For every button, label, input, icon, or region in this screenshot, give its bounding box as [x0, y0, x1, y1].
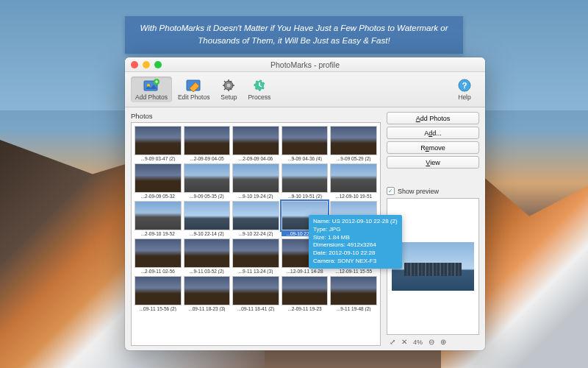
thumbnail-image: [184, 276, 231, 305]
close-icon[interactable]: [131, 61, 138, 68]
promo-banner: With PhotoMarks it Doesn't Matter if You…: [125, 16, 463, 54]
thumbnail-label: ...9-10 22-24 (2): [232, 231, 279, 236]
maximize-icon[interactable]: [154, 61, 162, 68]
thumbnail-image: [135, 201, 182, 230]
thumbnail-image: [135, 276, 182, 305]
photo-thumbnail[interactable]: ...9-09 03-47 (2): [135, 126, 182, 161]
thumbnail-label: ...9-09 03-47 (2): [135, 156, 182, 161]
thumbnail-label: ...09-11 18-41 (2): [232, 306, 279, 311]
photo-thumbnail[interactable]: ...2-09-11 19-23: [282, 276, 329, 311]
edit-photos-icon: [185, 78, 203, 93]
thumbnail-image: [135, 163, 182, 193]
photo-thumbnail[interactable]: ...12-09-10 19-51: [330, 163, 377, 199]
photo-thumbnail[interactable]: ...2-09-09 04-05: [184, 126, 231, 161]
photo-thumbnail[interactable]: ...9-11 03-52 (2): [184, 238, 231, 274]
thumbnail-image: [282, 276, 329, 305]
thumbnail-image: [232, 238, 279, 268]
thumbnail-label: ...2-09-10 19-52: [135, 231, 182, 236]
photos-heading: Photos: [131, 112, 381, 120]
thumbnail-label: ...9-10 22-14 (2): [184, 231, 231, 236]
thumbnail-label: ...9-11 03-52 (2): [184, 269, 231, 274]
thumbnail-image: [184, 126, 231, 155]
thumbnail-label: ...9-09 05-29 (2): [330, 156, 377, 161]
thumbnail-label: ...09-11 15-56 (2): [135, 306, 182, 311]
show-preview-label: Show preview: [398, 188, 439, 195]
thumbnail-label: ...9-11 13-24 (3): [232, 269, 279, 274]
process-icon: [251, 78, 268, 93]
zoom-percent: 4%: [413, 339, 423, 346]
toolbar-label: Add Photos: [135, 93, 168, 101]
toolbar: Add Photos Edit Photos Setup Process ? H…: [125, 72, 485, 107]
thumbnail-image: [330, 126, 377, 155]
svg-point-5: [227, 84, 231, 88]
photo-thumbnail[interactable]: ...2-09-09 04-06: [232, 126, 279, 161]
thumbnail-label: ...9-10 19-51 (2): [282, 194, 329, 199]
photo-thumbnail[interactable]: ...09-11 18-23 (3): [184, 276, 231, 311]
side-add-button[interactable]: Add...: [387, 127, 479, 139]
actual-size-icon[interactable]: ✕: [401, 338, 407, 346]
add-photos-icon: [143, 78, 160, 93]
photo-thumbnail[interactable]: ...2-09-09 05-32: [135, 163, 182, 199]
thumbnail-label: ...2-09-09 04-05: [184, 156, 231, 161]
setup-icon: [220, 78, 237, 93]
photo-thumbnail[interactable]: ...9-10 19-51 (2): [282, 163, 329, 199]
photo-thumbnail[interactable]: ...9-10 19-24 (2): [232, 163, 279, 199]
toolbar-help[interactable]: ? Help: [451, 77, 478, 102]
thumbnail-image: [282, 163, 329, 193]
fit-icon[interactable]: ⤢: [390, 338, 395, 346]
svg-text:?: ?: [462, 81, 467, 90]
thumbnail-label: ...12-09-10 19-51: [330, 194, 377, 199]
show-preview-checkbox[interactable]: ✓: [387, 187, 395, 195]
toolbar-edit-photos[interactable]: Edit Photos: [173, 77, 214, 102]
photo-thumbnail[interactable]: ...09-11 18-41 (2): [232, 276, 279, 311]
side-remove-button[interactable]: Remove: [387, 141, 479, 154]
side-add-photos-button[interactable]: Add Photos: [387, 112, 479, 124]
zoom-out-icon[interactable]: ⊖: [429, 338, 434, 346]
thumbnail-label: ...2-09-11 19-23: [282, 306, 329, 311]
thumbnail-image: [232, 126, 279, 155]
toolbar-process[interactable]: Process: [243, 77, 275, 102]
app-window: PhotoMarks - profile Add Photos Edit Pho…: [125, 57, 485, 350]
photo-thumbnail[interactable]: ...2-09-10 19-52: [135, 201, 182, 236]
thumbnail-image: [135, 126, 182, 155]
thumbnail-label: ...9-09 04-36 (4): [282, 156, 329, 161]
side-view-button[interactable]: View: [387, 156, 479, 169]
thumbnail-label: ...12-09-11 14-28: [282, 269, 329, 274]
thumbnail-image: [232, 201, 279, 230]
zoom-in-icon[interactable]: ⊕: [440, 338, 446, 346]
thumbnail-label: ...2-09-11 02-56: [135, 269, 182, 274]
photo-thumbnail[interactable]: ...9-11 13-24 (3): [232, 238, 279, 274]
thumbnail-image: [184, 163, 231, 193]
thumbnail-image: [135, 238, 182, 268]
toolbar-setup[interactable]: Setup: [215, 77, 242, 102]
photo-thumbnail[interactable]: ...09-11 15-56 (2): [135, 276, 182, 311]
thumbnail-image: [232, 163, 279, 193]
thumbnail-image: [330, 276, 377, 305]
photo-thumbnail[interactable]: ...9-10 22-24 (2): [232, 201, 279, 236]
toolbar-label: Setup: [220, 93, 237, 101]
photo-thumbnail[interactable]: ...9-09 05-29 (2): [330, 126, 377, 161]
toolbar-label: Process: [248, 93, 270, 101]
photo-thumbnail[interactable]: ...9-10 22-14 (2): [184, 201, 231, 236]
thumbnail-label: ...12-09-11 15-55: [330, 269, 377, 274]
photo-thumbnail[interactable]: ...9-09 05-35 (2): [184, 163, 231, 199]
preview-image: [392, 242, 474, 291]
thumbnail-label: ...09-11 18-23 (3): [184, 306, 231, 311]
titlebar: PhotoMarks - profile: [125, 57, 485, 72]
photo-tooltip: Name: US 2012-09-10 22-28 (2) Type: JPG …: [309, 215, 402, 269]
thumbnail-label: ...9-09 05-35 (2): [184, 194, 231, 199]
thumbnail-image: [232, 276, 279, 305]
toolbar-label: Edit Photos: [178, 93, 209, 101]
photo-thumbnail[interactable]: ...2-09-11 02-56: [135, 238, 182, 274]
thumbnail-label: ...9-11 19-48 (2): [330, 306, 377, 311]
window-title: PhotoMarks - profile: [270, 60, 340, 69]
thumbnail-image: [184, 201, 231, 230]
thumbnail-image: [330, 163, 377, 193]
thumbnail-image: [184, 238, 231, 268]
toolbar-label: Help: [458, 93, 470, 101]
photo-thumbnail[interactable]: ...9-11 19-48 (2): [330, 276, 377, 311]
toolbar-add-photos[interactable]: Add Photos: [131, 77, 172, 102]
photo-thumbnail[interactable]: ...9-09 04-36 (4): [282, 126, 329, 161]
minimize-icon[interactable]: [143, 61, 150, 68]
help-icon: ?: [456, 78, 473, 93]
